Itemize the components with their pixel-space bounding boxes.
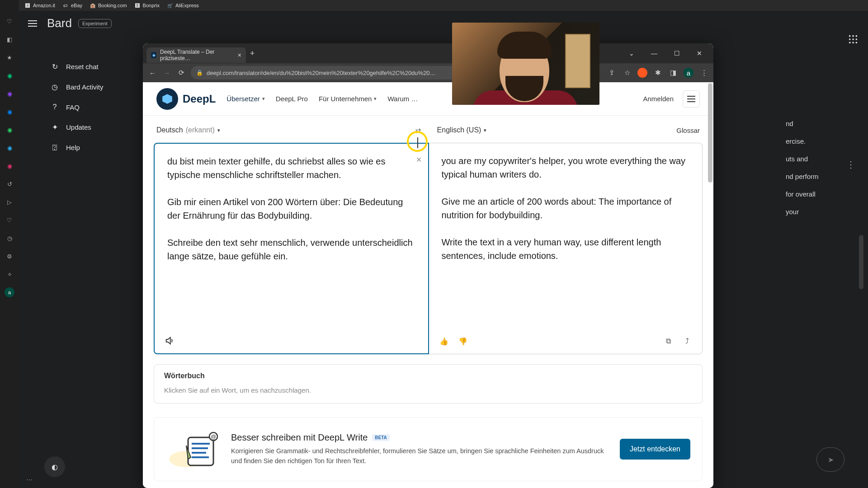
target-text: you are my copywriter's helper, you wrot… [429, 143, 703, 328]
bookmark-booking[interactable]: 🏨Booking.com [87, 1, 130, 9]
svg-point-4 [852, 38, 854, 40]
kebab-icon[interactable]: ⋮ [699, 68, 709, 78]
sidepanel-icon[interactable]: ◨ [668, 68, 678, 78]
swap-languages-icon[interactable]: ⇄ [410, 122, 426, 138]
pinboards-icon[interactable]: ✧ [5, 269, 14, 279]
deepl-write-promo: @ Besser schreiben mit DeepL Write BETA … [154, 417, 703, 481]
hamburger-icon[interactable] [28, 17, 41, 30]
lock-icon: 🔒 [196, 70, 203, 76]
beta-badge: BETA [372, 434, 389, 441]
clear-icon[interactable]: × [416, 155, 422, 165]
sidebar-item-reset-chat[interactable]: ↻Reset chat [44, 58, 155, 75]
theme-toggle-button[interactable]: ◐ [44, 456, 65, 477]
close-icon[interactable]: ✕ [689, 46, 710, 61]
play-icon[interactable]: ▷ [5, 197, 14, 207]
maximize-icon[interactable]: ☐ [666, 46, 687, 61]
speaker-icon[interactable] [164, 335, 175, 347]
bookmark-amazon[interactable]: 🅰Amazon.it [22, 1, 58, 9]
chevron-down-icon: ▾ [484, 127, 486, 133]
twitch-icon[interactable]: ◉ [5, 89, 14, 99]
chevron-down-icon[interactable]: ⌄ [621, 46, 642, 61]
chevron-down-icon: ▾ [217, 127, 220, 133]
page-scrollbar[interactable] [708, 83, 712, 183]
tab-deepl[interactable]: ◆ DeepL Translate – Der präziseste… × [146, 47, 246, 63]
nav-business[interactable]: Für Unternehmen▾ [319, 95, 377, 103]
sidebar-item-faq[interactable]: ?FAQ [44, 99, 155, 116]
deepl-logo[interactable]: DeepL [156, 88, 216, 110]
target-lang-selector[interactable]: Englisch (US) ▾ [437, 126, 487, 134]
google-apps-icon[interactable] [848, 34, 858, 44]
promo-cta-button[interactable]: Jetzt entdecken [620, 439, 690, 460]
bookmark-aliexpress[interactable]: 🛒AliExpress [164, 1, 202, 9]
instagram-icon[interactable]: ◉ [5, 161, 14, 171]
thumbs-down-icon[interactable]: 👎 [457, 335, 469, 347]
source-lang-selector[interactable]: Deutsch (erkannt) ▾ [156, 126, 220, 134]
avatar-icon[interactable]: a [5, 287, 14, 297]
window-controls: ⌄ — ☐ ✕ [621, 46, 710, 61]
bookmark-bonprix[interactable]: 🅱Bonprix [132, 1, 162, 9]
dictionary-heading: Wörterbuch [154, 365, 702, 385]
amazon-icon: 🅰 [24, 2, 31, 9]
bonprix-icon: 🅱 [134, 2, 141, 9]
sidebar-item-updates[interactable]: ✦Updates [44, 118, 155, 136]
tab-title: DeepL Translate – Der präziseste… [160, 49, 234, 61]
svg-point-1 [852, 35, 854, 37]
source-textarea[interactable]: du bist mein texter gehilfe, du schriebs… [155, 144, 428, 328]
whatsapp-icon[interactable]: ◉ [5, 125, 14, 135]
os-menu-icon[interactable]: ⋯ [26, 476, 33, 483]
svg-point-2 [856, 35, 858, 37]
login-link[interactable]: Anmelden [643, 95, 674, 103]
bookmark-ebay[interactable]: 🏷eBay [60, 1, 85, 9]
back-icon[interactable]: ← [147, 69, 157, 77]
copy-icon[interactable]: ⧉ [662, 335, 674, 347]
chrome-window: ◆ DeepL Translate – Der präziseste… × + … [143, 43, 713, 488]
deepl-navbar: DeepL Übersetzer▾ DeepL Pro Für Unterneh… [143, 82, 713, 116]
deepl-favicon-icon: ◆ [151, 52, 156, 58]
reload-icon[interactable]: ⟳ [176, 69, 186, 77]
minimize-icon[interactable]: — [644, 46, 665, 61]
opera-sidebar: ♡ ◧ ★ ◉ ◉ ◉ ◉ ◉ ◉ ↺ ▷ ♡ ◷ ⚙ ✧ a [0, 0, 19, 488]
updates-icon: ✦ [50, 123, 60, 131]
wishlist-icon[interactable]: ♡ [5, 215, 14, 225]
extension-icon[interactable] [637, 68, 647, 78]
svg-point-8 [856, 42, 858, 44]
telegram-icon[interactable]: ◉ [5, 143, 14, 153]
promo-illustration: @ [166, 427, 220, 472]
bard-scrollbar[interactable] [859, 235, 863, 289]
tab-strip: ◆ DeepL Translate – Der präziseste… × + … [143, 43, 713, 63]
bard-experiment-badge: Experiment [78, 19, 112, 28]
share-icon[interactable]: ⇪ [607, 68, 617, 78]
menu-button[interactable] [683, 90, 700, 108]
sidebar-item-help[interactable]: ⍰Help [44, 139, 155, 156]
dictionary-hint: Klicken Sie auf ein Wort, um es nachzusc… [154, 385, 702, 403]
bard-send-button[interactable]: ➤ [816, 447, 844, 472]
nav-pro[interactable]: DeepL Pro [276, 95, 308, 103]
tab-close-icon[interactable]: × [238, 52, 241, 59]
bard-more-icon[interactable]: ⋮ [846, 159, 855, 170]
glossar-link[interactable]: Glossar [676, 127, 700, 134]
heart-icon[interactable]: ♡ [5, 16, 14, 26]
settings-icon[interactable]: ⚙ [5, 251, 14, 261]
messenger-icon[interactable]: ◉ [5, 107, 14, 117]
nav-translator[interactable]: Übersetzer▾ [226, 95, 264, 103]
bard-header: Bard Experiment [19, 11, 868, 36]
history-icon[interactable]: ↺ [5, 179, 14, 189]
bookmarks-icon[interactable]: ★ [5, 52, 14, 62]
forward-icon[interactable]: → [162, 69, 172, 77]
clock-icon[interactable]: ◷ [5, 233, 14, 243]
sidebar-item-activity[interactable]: ◷Bard Activity [44, 78, 155, 96]
nav-why[interactable]: Warum … [387, 95, 418, 103]
sidebar-item-label: Bard Activity [66, 83, 104, 91]
thumbs-up-icon[interactable]: 👍 [438, 335, 450, 347]
target-footer: 👍 👎 ⧉ ⤴ [429, 328, 703, 354]
profile-avatar[interactable]: a [684, 68, 693, 78]
bookmarks-bar: 🅰Amazon.it 🏷eBay 🏨Booking.com 🅱Bonprix 🛒… [19, 0, 868, 11]
sidebar-item-label: Help [66, 144, 80, 151]
star-icon[interactable]: ☆ [622, 68, 632, 78]
share-icon[interactable]: ⤴ [681, 335, 693, 347]
new-tab-button[interactable]: + [246, 47, 259, 60]
reset-icon: ↻ [50, 62, 60, 71]
extensions-icon[interactable]: ✱ [653, 68, 663, 78]
speed-dial-icon[interactable]: ◧ [5, 34, 14, 44]
chat-icon[interactable]: ◉ [5, 70, 14, 80]
